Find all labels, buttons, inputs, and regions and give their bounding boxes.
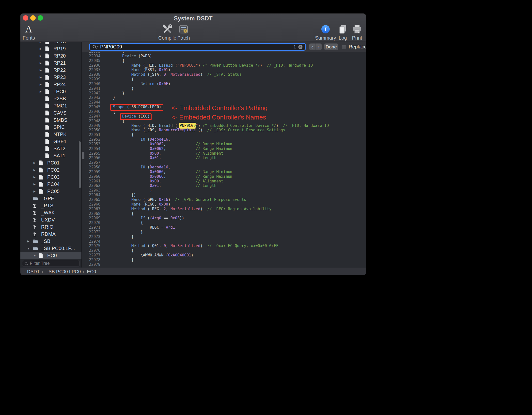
- log-button[interactable]: Log: [335, 23, 351, 41]
- code-line: 22958 IO (Decode16,: [82, 165, 366, 170]
- patch-button[interactable]: Patch: [175, 23, 192, 41]
- sidebar-item-gbe1[interactable]: GBE1: [20, 138, 81, 145]
- sidebar-item-rp22[interactable]: ▶RP22: [20, 67, 81, 74]
- sidebar-item-rp18[interactable]: ▶RP18: [20, 42, 81, 45]
- code-text: 0x0066, // Range Maximum: [104, 174, 233, 179]
- search-input[interactable]: PNP0C09 1: [89, 43, 306, 51]
- disclosure-right-icon[interactable]: ▶: [27, 240, 33, 243]
- code-text: }): [104, 193, 136, 197]
- disclosure-right-icon[interactable]: ▶: [33, 176, 39, 179]
- sidebar-item--sb-pc00-lp-[interactable]: ▼_SB.PC00.LP...: [20, 245, 81, 252]
- disclosure-right-icon[interactable]: ▶: [40, 83, 45, 86]
- doc-icon: [45, 42, 53, 44]
- find-previous-button[interactable]: ‹: [309, 44, 315, 50]
- doc-icon: [45, 89, 53, 94]
- sidebar-item-rp20[interactable]: ▶RP20: [20, 52, 81, 59]
- disclosure-right-icon[interactable]: ▶: [40, 76, 45, 79]
- line-number: 22965: [82, 197, 100, 202]
- filter-placeholder: Filter Tree: [30, 261, 50, 266]
- sidebar-item-label: RRIO: [41, 224, 53, 230]
- code-line: 22939 {: [82, 77, 366, 82]
- code-line: 22978 }: [82, 258, 366, 262]
- code-editor[interactable]: 22933 }22934 Device (PWRB)22935 {22936 N…: [82, 52, 366, 267]
- sidebar-item-spic[interactable]: SPIC: [20, 124, 81, 131]
- sidebar-item-rp23[interactable]: ▶RP23: [20, 74, 81, 81]
- sidebar-item-rp19[interactable]: ▶RP19: [20, 45, 81, 52]
- code-line: 22943 }: [82, 95, 366, 100]
- sidebar-scrollbar[interactable]: [79, 141, 81, 188]
- code-text: {: [104, 248, 134, 253]
- code-text: }: [104, 258, 134, 262]
- sidebar-item--wak[interactable]: _WAK: [20, 209, 81, 216]
- sidebar-item--gpe[interactable]: _GPE: [20, 195, 81, 202]
- breadcrumb-segment[interactable]: _SB.PC00.LPC0: [46, 269, 81, 274]
- patch-label: Patch: [177, 35, 190, 41]
- line-number: 22945: [82, 105, 100, 109]
- disclosure-right-icon[interactable]: ▶: [40, 61, 45, 65]
- sidebar-item-p2sb[interactable]: P2SB: [20, 95, 81, 102]
- code-line: 22951 {: [82, 133, 366, 137]
- sidebar-item--sb[interactable]: ▶_SB: [20, 238, 81, 245]
- sidebar-item-pc02[interactable]: ▶PC02: [20, 166, 81, 174]
- disclosure-right-icon[interactable]: ▶: [33, 168, 39, 172]
- done-button[interactable]: Done: [324, 43, 338, 50]
- code-line: 22963 ): [82, 188, 366, 193]
- doc-icon: [39, 189, 47, 194]
- line-number: 22959: [82, 170, 100, 174]
- disclosure-down-icon[interactable]: ▼: [33, 254, 39, 257]
- summary-button[interactable]: i Summary: [317, 23, 334, 41]
- divider-handle[interactable]: [82, 152, 84, 159]
- disclosure-right-icon[interactable]: ▶: [40, 69, 45, 72]
- sidebar-item-cavs[interactable]: CAVS: [20, 109, 81, 117]
- breadcrumb-separator-icon: ▸: [83, 270, 85, 274]
- disclosure-down-icon[interactable]: ▼: [27, 247, 33, 250]
- fonts-button[interactable]: A Fonts: [21, 23, 37, 41]
- line-number: 22979: [82, 262, 100, 267]
- sidebar-item-label: RP18: [53, 42, 66, 44]
- sidebar-item-uxdv[interactable]: UXDV: [20, 216, 81, 223]
- disclosure-right-icon[interactable]: ▶: [40, 47, 45, 50]
- filter-tree-input[interactable]: Filter Tree: [22, 260, 80, 267]
- line-number: 22948: [82, 119, 100, 123]
- search-menu-icon[interactable]: [92, 44, 99, 49]
- disclosure-right-icon[interactable]: ▶: [40, 42, 45, 43]
- sidebar-item-sat2[interactable]: SAT2: [20, 145, 81, 152]
- sidebar-item-sat1[interactable]: SAT1: [20, 152, 81, 159]
- sidebar-item-pc01[interactable]: ▶PC01: [20, 159, 81, 166]
- sidebar-item-pc03[interactable]: ▶PC03: [20, 174, 81, 181]
- sidebar-item-rp21[interactable]: ▶RP21: [20, 59, 81, 67]
- breadcrumb-segment[interactable]: EC0: [87, 269, 96, 274]
- code-line: 22934 Device (PWRB): [82, 54, 366, 59]
- disclosure-right-icon[interactable]: ▶: [33, 190, 39, 193]
- sidebar-item-rp24[interactable]: ▶RP24: [20, 81, 81, 88]
- code-text: 0x01, // Length: [104, 156, 216, 160]
- sidebar-item-rdma[interactable]: RDMA: [20, 231, 81, 238]
- sidebar-item-pmc1[interactable]: PMC1: [20, 102, 81, 109]
- sidebar-item-smbs[interactable]: SMBS: [20, 117, 81, 124]
- sidebar-item-ec0[interactable]: ▼EC0: [20, 252, 81, 259]
- disclosure-right-icon[interactable]: ▶: [33, 183, 39, 186]
- folder-icon: [33, 196, 41, 201]
- code-line: 22936 Name (_HID, EisaId ("PNP0C0C") /* …: [82, 63, 366, 68]
- sidebar-item-ntpk[interactable]: NTPK: [20, 131, 81, 138]
- code-line: 22966 Name (REGC, 0x00): [82, 202, 366, 207]
- line-number: 22940: [82, 82, 100, 86]
- compile-button[interactable]: Compile: [159, 23, 175, 41]
- window-title: System DSDT: [20, 15, 366, 22]
- breadcrumb-segment[interactable]: DSDT: [27, 269, 40, 274]
- sidebar-item-rrio[interactable]: RRIO: [20, 223, 81, 231]
- disclosure-right-icon[interactable]: ▶: [40, 54, 45, 58]
- disclosure-right-icon[interactable]: ▶: [40, 90, 45, 93]
- replace-checkbox[interactable]: [342, 44, 346, 49]
- line-number: 22947: [82, 114, 100, 119]
- disclosure-right-icon[interactable]: ▶: [33, 161, 39, 164]
- method-icon: [33, 203, 41, 208]
- sidebar-item-pc05[interactable]: ▶PC05: [20, 188, 81, 195]
- sidebar-item-lpc0[interactable]: ▶LPC0: [20, 88, 81, 95]
- sidebar-item--pts[interactable]: _PTS: [20, 202, 81, 209]
- fonts-label: Fonts: [23, 35, 35, 41]
- find-next-button[interactable]: ›: [315, 44, 322, 50]
- print-button[interactable]: Print: [349, 23, 365, 41]
- sidebar-item-pc04[interactable]: ▶PC04: [20, 181, 81, 188]
- clear-search-icon[interactable]: [298, 44, 303, 49]
